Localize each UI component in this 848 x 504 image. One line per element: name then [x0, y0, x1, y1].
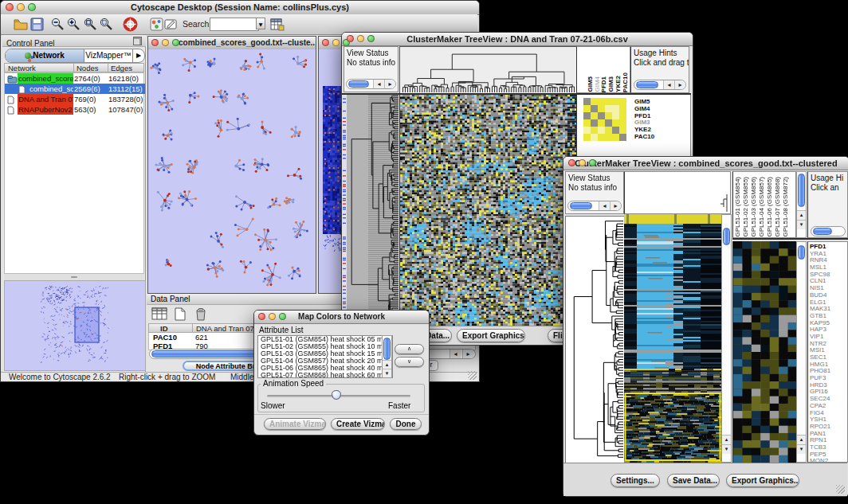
tv1-column-label[interactable]: YKE2: [614, 76, 622, 92]
tv1-row-dendrogram[interactable]: [343, 95, 398, 326]
tv2-gene-label[interactable]: HAP3: [810, 326, 826, 333]
zoom-fit-icon[interactable]: [83, 17, 98, 32]
minimize-button[interactable]: [357, 35, 364, 42]
matrix-cell[interactable]: [591, 134, 598, 141]
scroll-left-icon[interactable]: ◂: [663, 80, 674, 89]
tv2-gene-label[interactable]: RPN1: [810, 436, 826, 443]
attribute-listbox[interactable]: GPL51-01 (GSM854) heat shock 05 minGPL51…: [257, 335, 393, 378]
attribute-list-item[interactable]: GPL51-07 (GSM868) heat shock 60 min: [258, 372, 392, 378]
open-file-icon[interactable]: [13, 17, 28, 32]
move-up-button[interactable]: ∧: [395, 344, 424, 354]
network1-canvas[interactable]: [148, 49, 316, 293]
tv2-gene-label[interactable]: MON2: [810, 457, 828, 463]
matrix-cell[interactable]: [619, 119, 626, 127]
tv2-gene-label[interactable]: GTB1: [810, 312, 826, 319]
close-button[interactable]: [347, 35, 354, 42]
matrix-cell[interactable]: [605, 98, 612, 105]
tv2-gene-label[interactable]: YSH1: [810, 416, 826, 423]
matrix-cell[interactable]: [598, 105, 605, 112]
settings-button[interactable]: Settings...: [610, 474, 660, 487]
matrix-cell[interactable]: [591, 119, 598, 127]
tv1-heatmap[interactable]: [399, 95, 577, 326]
scroll-up-icon[interactable]: ▴: [797, 210, 806, 220]
tv1-row-label[interactable]: YKE2: [634, 126, 651, 133]
scroll-left-icon[interactable]: ◂: [599, 201, 610, 210]
scroll-up-icon[interactable]: ▴: [797, 435, 806, 444]
zoom-out-icon[interactable]: [50, 17, 65, 32]
tv2-global-scrollbar[interactable]: ▴ ▾: [721, 214, 732, 463]
network-tree-row[interactable]: combined_sco2569(6)13112(15): [5, 84, 145, 94]
scroll-right-icon[interactable]: ▸: [674, 80, 685, 89]
tv2-column-label[interactable]: GPL51-01 (GSM854): [734, 177, 741, 237]
matrix-cell[interactable]: [619, 127, 626, 134]
row-id[interactable]: PAC10: [153, 333, 177, 342]
matrix-cell[interactable]: [605, 134, 612, 141]
matrix-cell[interactable]: [619, 105, 626, 112]
matrix-cell[interactable]: [598, 134, 605, 141]
tv2-gene-label[interactable]: MSL1: [810, 264, 826, 271]
scroll-up-icon[interactable]: ▴: [722, 435, 731, 444]
minimize-button[interactable]: [332, 39, 340, 46]
tv2-gene-label[interactable]: PHO81: [810, 367, 830, 374]
tv2-column-label[interactable]: GPL51-06 (GSM865): [766, 177, 773, 237]
scroll-left-icon[interactable]: ◂: [373, 80, 384, 88]
tv2-gene-label[interactable]: ELG1: [810, 299, 826, 306]
tv1-row-label[interactable]: PAC10: [634, 133, 654, 140]
animate-vizmap-button[interactable]: Animate Vizmap: [264, 418, 326, 430]
zoom-in-icon[interactable]: [66, 17, 81, 32]
scroll-left-icon[interactable]: ◂: [450, 350, 461, 358]
tv2-gene-label[interactable]: HMG1: [810, 361, 828, 368]
tv1-row-label[interactable]: GIM4: [634, 105, 650, 112]
tv2-zoom-scrollbar[interactable]: ▴ ▾: [796, 241, 807, 463]
save-icon[interactable]: [29, 17, 45, 32]
tab-vizmapper[interactable]: VizMapper™: [84, 49, 133, 62]
minimize-button[interactable]: [269, 313, 276, 320]
scroll-right-icon[interactable]: ▸: [610, 201, 621, 210]
tv1-column-label[interactable]: PAC10: [622, 72, 629, 92]
import-table-icon[interactable]: [269, 17, 285, 32]
minimize-button[interactable]: [17, 3, 25, 11]
help-lifering-icon[interactable]: [123, 17, 138, 32]
resize-grip[interactable]: [836, 485, 845, 494]
network1-titlebar[interactable]: combined_scores_good.txt--cluste...: [148, 37, 316, 50]
tv2-column-dendrogram-area[interactable]: [624, 171, 731, 214]
matrix-cell[interactable]: [598, 98, 605, 105]
scroll-thumb[interactable]: [383, 338, 391, 360]
matrix-cell[interactable]: [612, 134, 619, 141]
scroll-thumb[interactable]: [723, 228, 730, 245]
zoom-button[interactable]: [589, 159, 596, 166]
matrix-cell[interactable]: [591, 98, 598, 105]
tab-network[interactable]: Network: [6, 49, 84, 62]
tv2-column-label[interactable]: GPL51-03 (GSM856): [750, 177, 757, 237]
tv2-global-heatmap[interactable]: [624, 214, 721, 463]
tv1-row-label[interactable]: PFD1: [634, 112, 650, 119]
tv2-labels-scrollbar[interactable]: ▴ ▾: [796, 171, 807, 238]
save-data-button[interactable]: Save Data...: [667, 474, 720, 487]
tv1-row-label[interactable]: GIM5: [634, 98, 650, 105]
export-graphics-button[interactable]: Export Graphics...: [726, 474, 799, 487]
create-vizmap-button[interactable]: Create Vizmap: [331, 418, 385, 430]
search-dropdown-arrow[interactable]: ▼: [256, 18, 265, 29]
treeview2-titlebar[interactable]: ClusterMaker TreeView : combined_scores_…: [563, 157, 848, 170]
tv2-gene-label[interactable]: TCB3: [810, 443, 826, 451]
zoom-selected-icon[interactable]: [99, 17, 114, 32]
close-button[interactable]: [258, 313, 265, 320]
tv2-gene-label[interactable]: PUF3: [810, 374, 826, 381]
tv2-gene-label[interactable]: PEP5: [810, 451, 826, 458]
col-network[interactable]: Network: [8, 64, 36, 72]
tv2-gene-label[interactable]: YRA1: [810, 250, 826, 257]
tv2-gene-label[interactable]: MSI1: [810, 346, 825, 354]
tv2-gene-label[interactable]: NIS1: [810, 284, 824, 291]
network-name[interactable]: combined_scores_: [18, 73, 73, 84]
tv2-gene-label[interactable]: MAK31: [810, 305, 830, 312]
matrix-cell[interactable]: [612, 112, 619, 119]
float-panel-icon[interactable]: [133, 37, 142, 45]
matrix-cell[interactable]: [591, 112, 598, 119]
matrix-cell[interactable]: [619, 112, 626, 119]
table-icon[interactable]: [151, 307, 169, 322]
matrix-cell[interactable]: [591, 127, 598, 134]
matrix-cell[interactable]: [583, 134, 591, 141]
tv2-gene-label[interactable]: GPI16: [810, 388, 828, 395]
tv1-column-label[interactable]: GIM3: [607, 76, 614, 92]
tv2-gene-label[interactable]: KAP95: [810, 319, 830, 326]
